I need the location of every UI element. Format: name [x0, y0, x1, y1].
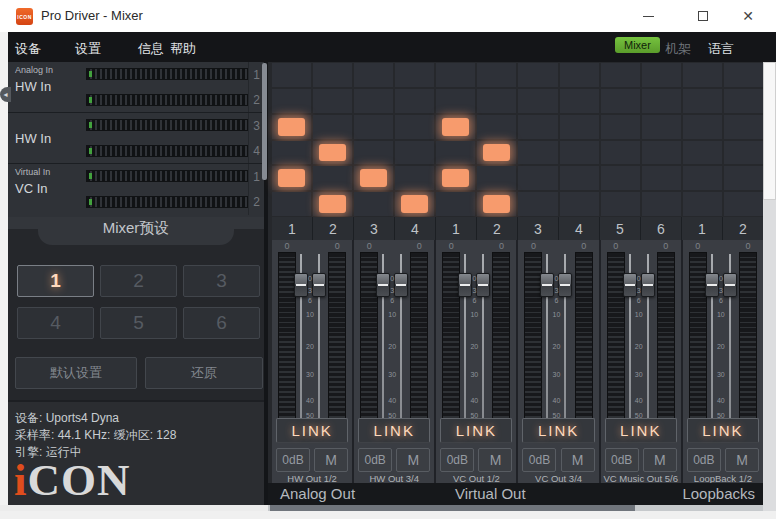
matrix-cell[interactable]: [477, 141, 516, 165]
matrix-cell[interactable]: [642, 63, 681, 87]
link-button[interactable]: LINK: [687, 418, 759, 443]
maximize-button[interactable]: [686, 0, 720, 32]
matrix-cell[interactable]: [601, 89, 640, 113]
matrix-cell[interactable]: [354, 141, 393, 165]
matrix-cell[interactable]: [313, 141, 352, 165]
matrix-cell[interactable]: [313, 115, 352, 139]
gain-reset-button[interactable]: 0dB: [522, 448, 556, 472]
menu-help[interactable]: 帮助: [170, 40, 196, 58]
link-button[interactable]: LINK: [522, 418, 594, 443]
preset-button-5[interactable]: 5: [100, 307, 177, 339]
matrix-cell[interactable]: [395, 141, 434, 165]
gain-reset-button[interactable]: 0dB: [687, 448, 721, 472]
matrix-cell[interactable]: [477, 63, 516, 87]
link-button[interactable]: LINK: [605, 418, 677, 443]
matrix-cell[interactable]: [724, 166, 763, 190]
gain-reset-button[interactable]: 0dB: [440, 448, 474, 472]
preset-button-1[interactable]: 1: [17, 265, 94, 297]
matrix-cell[interactable]: [683, 192, 722, 216]
mute-button[interactable]: M: [396, 448, 430, 472]
close-button[interactable]: ✕: [731, 0, 765, 32]
matrix-cell[interactable]: [683, 115, 722, 139]
matrix-cell[interactable]: [354, 166, 393, 190]
matrix-cell[interactable]: [354, 63, 393, 87]
matrix-cell[interactable]: [313, 89, 352, 113]
matrix-cell[interactable]: [477, 166, 516, 190]
matrix-cell[interactable]: [272, 166, 311, 190]
matrix-cell[interactable]: [313, 166, 352, 190]
matrix-cell[interactable]: [436, 63, 475, 87]
matrix-cell[interactable]: [272, 115, 311, 139]
matrix-cell[interactable]: [642, 89, 681, 113]
preset-button-3[interactable]: 3: [183, 265, 260, 297]
matrix-cell[interactable]: [560, 89, 599, 113]
preset-button-2[interactable]: 2: [100, 265, 177, 297]
matrix-cell[interactable]: [642, 141, 681, 165]
matrix-cell[interactable]: [642, 166, 681, 190]
matrix-cell[interactable]: [272, 141, 311, 165]
matrix-cell[interactable]: [601, 192, 640, 216]
matrix-cell[interactable]: [272, 192, 311, 216]
matrix-cell[interactable]: [313, 63, 352, 87]
matrix-cell[interactable]: [518, 141, 557, 165]
matrix-cell[interactable]: [436, 166, 475, 190]
menu-settings[interactable]: 设置: [75, 40, 101, 58]
matrix-cell[interactable]: [724, 115, 763, 139]
default-settings-button[interactable]: 默认设置: [15, 357, 137, 389]
minimize-button[interactable]: [631, 0, 665, 32]
menu-info[interactable]: 信息: [138, 40, 164, 58]
matrix-cell[interactable]: [436, 115, 475, 139]
matrix-cell[interactable]: [724, 89, 763, 113]
gain-reset-button[interactable]: 0dB: [605, 448, 639, 472]
preset-button-6[interactable]: 6: [183, 307, 260, 339]
matrix-cell[interactable]: [518, 63, 557, 87]
matrix-cell[interactable]: [477, 192, 516, 216]
matrix-cell[interactable]: [560, 141, 599, 165]
restore-button[interactable]: 还原: [145, 357, 263, 389]
matrix-cell[interactable]: [436, 141, 475, 165]
gain-reset-button[interactable]: 0dB: [276, 448, 310, 472]
matrix-cell[interactable]: [683, 141, 722, 165]
matrix-cell[interactable]: [683, 166, 722, 190]
matrix-cell[interactable]: [724, 63, 763, 87]
matrix-cell[interactable]: [313, 192, 352, 216]
preset-button-4[interactable]: 4: [17, 307, 94, 339]
matrix-cell[interactable]: [560, 166, 599, 190]
matrix-cell[interactable]: [395, 115, 434, 139]
vertical-scrollbar-thumb[interactable]: [763, 62, 776, 200]
tab-rack[interactable]: 机架: [665, 40, 691, 58]
matrix-cell[interactable]: [477, 115, 516, 139]
matrix-cell[interactable]: [601, 63, 640, 87]
tab-mixer[interactable]: Mixer: [615, 37, 660, 53]
matrix-cell[interactable]: [272, 63, 311, 87]
matrix-cell[interactable]: [683, 89, 722, 113]
matrix-cell[interactable]: [436, 89, 475, 113]
matrix-cell[interactable]: [436, 192, 475, 216]
window-vertical-scrollbar[interactable]: [763, 62, 776, 511]
matrix-cell[interactable]: [354, 192, 393, 216]
matrix-cell[interactable]: [601, 115, 640, 139]
matrix-cell[interactable]: [724, 141, 763, 165]
mute-button[interactable]: M: [643, 448, 677, 472]
matrix-cell[interactable]: [560, 63, 599, 87]
link-button[interactable]: LINK: [276, 418, 348, 443]
matrix-cell[interactable]: [560, 192, 599, 216]
mute-button[interactable]: M: [314, 448, 348, 472]
mute-button[interactable]: M: [561, 448, 595, 472]
matrix-cell[interactable]: [518, 166, 557, 190]
matrix-cell[interactable]: [724, 192, 763, 216]
matrix-vertical-scrollbar[interactable]: [262, 63, 267, 180]
matrix-cell[interactable]: [601, 166, 640, 190]
gain-reset-button[interactable]: 0dB: [358, 448, 392, 472]
mute-button[interactable]: M: [478, 448, 512, 472]
matrix-cell[interactable]: [354, 89, 393, 113]
matrix-cell[interactable]: [601, 141, 640, 165]
matrix-cell[interactable]: [395, 192, 434, 216]
matrix-cell[interactable]: [395, 166, 434, 190]
matrix-cell[interactable]: [272, 89, 311, 113]
matrix-cell[interactable]: [642, 115, 681, 139]
menu-language[interactable]: 语言: [708, 40, 734, 58]
matrix-cell[interactable]: [518, 192, 557, 216]
collapse-panel-handle[interactable]: ◂: [0, 87, 11, 102]
matrix-cell[interactable]: [395, 63, 434, 87]
